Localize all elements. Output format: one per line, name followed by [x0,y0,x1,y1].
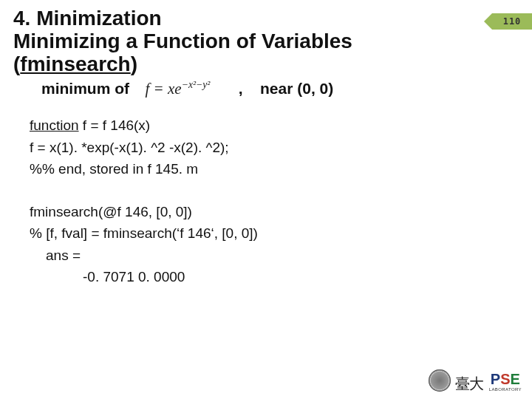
footer: 臺大 PSE LABORATORY [429,369,522,392]
subhead-comma: , [239,80,243,97]
slide-title: 4. Minimization Minimizing a Function of… [13,7,412,75]
subhead-prefix: minimum of [41,80,129,97]
keyword-function: function [30,117,79,133]
code-line: fminsearch(@f 146, [0, 0]) [30,201,519,222]
code-line: %% end, stored in f 145. m [30,158,519,180]
formula: f = xe−x²−y² [143,80,217,98]
subhead-near: near (0, 0) [260,80,333,97]
title-fn-name: fminsearch [20,52,130,75]
code-text: f = f 146(x) [79,117,151,133]
page-number-badge: 110 [492,13,532,30]
slide: 110 4. Minimization Minimizing a Functio… [0,0,532,399]
pse-logo: PSE LABORATORY [489,372,522,392]
code-line: % [f, fval] = fminsearch(‘f 146‘, [0, 0]… [30,222,519,244]
formula-exp: −x²−y² [182,79,211,90]
formula-xe: xe [168,80,182,98]
title-line-3-close: ) [131,52,137,75]
university-crest-icon [429,369,451,392]
call-block: fminsearch(@f 146, [0, 0]) % [f, fval] =… [30,201,519,288]
pse-laboratory-label: LABORATORY [489,387,522,392]
ans-values: -0. 7071 0. 0000 [83,266,519,287]
subhead: minimum of f = xe−x²−y² , near (0, 0) [41,80,519,98]
pse-s: S [500,371,510,387]
pse-p: P [491,371,500,387]
title-line-3-open: ( [13,52,20,75]
function-def-block: function f = f 146(x) f = x(1). *exp(-x(… [30,115,519,180]
code-text: fminsearch( [30,204,103,219]
university-name: 臺大 [455,374,483,394]
title-line-1: 4. Minimization [13,7,162,30]
formula-eq: = [149,80,168,98]
fn-handle: @f 146 [103,204,149,219]
code-text: , [0, 0]) [149,204,192,219]
page-number: 110 [503,16,522,27]
ans-label: ans = [46,245,519,266]
title-line-2: Minimizing a Function of Variables [13,30,352,52]
code-line: function f = f 146(x) [30,115,519,136]
pse-e: E [510,371,519,387]
pse-letters: PSE [491,372,520,386]
code-line: f = x(1). *exp(-x(1). ^2 -x(2). ^2); [30,137,519,158]
